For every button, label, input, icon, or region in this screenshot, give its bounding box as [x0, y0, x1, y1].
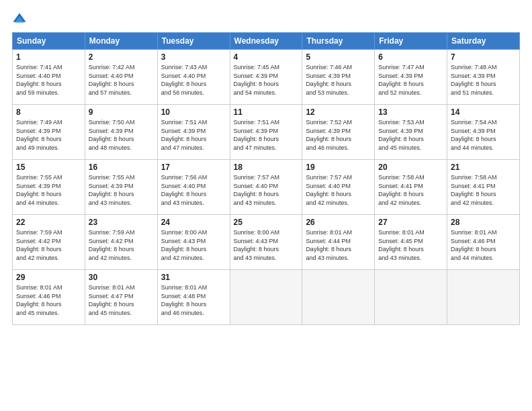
- col-header-tuesday: Tuesday: [157, 33, 230, 50]
- day-info: Sunrise: 8:00 AM Sunset: 4:43 PM Dayligh…: [161, 228, 226, 262]
- day-number: 1: [16, 52, 81, 62]
- day-info: Sunrise: 7:59 AM Sunset: 4:42 PM Dayligh…: [89, 228, 154, 262]
- day-cell: 18Sunrise: 7:57 AM Sunset: 4:40 PM Dayli…: [230, 160, 302, 215]
- day-cell: 5Sunrise: 7:46 AM Sunset: 4:39 PM Daylig…: [302, 50, 375, 105]
- day-number: 22: [16, 218, 81, 227]
- day-cell: 24Sunrise: 8:00 AM Sunset: 4:43 PM Dayli…: [157, 215, 230, 270]
- day-info: Sunrise: 7:51 AM Sunset: 4:39 PM Dayligh…: [234, 118, 299, 152]
- day-cell: 31Sunrise: 8:01 AM Sunset: 4:48 PM Dayli…: [157, 270, 230, 325]
- day-number: 11: [234, 107, 299, 117]
- day-number: 17: [161, 163, 226, 172]
- day-cell: 22Sunrise: 7:59 AM Sunset: 4:42 PM Dayli…: [13, 215, 85, 270]
- week-row-5: 29Sunrise: 8:01 AM Sunset: 4:46 PM Dayli…: [13, 270, 520, 325]
- day-info: Sunrise: 7:53 AM Sunset: 4:39 PM Dayligh…: [378, 118, 443, 152]
- day-info: Sunrise: 7:41 AM Sunset: 4:40 PM Dayligh…: [16, 63, 81, 97]
- day-info: Sunrise: 7:56 AM Sunset: 4:40 PM Dayligh…: [161, 173, 226, 207]
- col-header-monday: Monday: [85, 33, 157, 50]
- logo-icon: [12, 12, 27, 27]
- day-number: 27: [378, 218, 443, 227]
- header: [12, 12, 520, 27]
- day-number: 31: [161, 273, 226, 282]
- day-number: 9: [89, 107, 154, 117]
- day-info: Sunrise: 7:54 AM Sunset: 4:39 PM Dayligh…: [451, 118, 516, 152]
- day-cell: 30Sunrise: 8:01 AM Sunset: 4:47 PM Dayli…: [85, 270, 157, 325]
- day-cell: 1Sunrise: 7:41 AM Sunset: 4:40 PM Daylig…: [13, 50, 85, 105]
- day-number: 20: [378, 163, 443, 172]
- day-cell: 10Sunrise: 7:51 AM Sunset: 4:39 PM Dayli…: [157, 105, 230, 160]
- day-info: Sunrise: 7:52 AM Sunset: 4:39 PM Dayligh…: [306, 118, 371, 152]
- day-cell: 20Sunrise: 7:58 AM Sunset: 4:41 PM Dayli…: [375, 160, 447, 215]
- day-number: 6: [378, 52, 443, 62]
- day-cell: 3Sunrise: 7:43 AM Sunset: 4:40 PM Daylig…: [157, 50, 230, 105]
- day-cell: 8Sunrise: 7:49 AM Sunset: 4:39 PM Daylig…: [13, 105, 85, 160]
- day-number: 30: [89, 273, 154, 282]
- day-number: 5: [306, 52, 371, 62]
- day-cell: 29Sunrise: 8:01 AM Sunset: 4:46 PM Dayli…: [13, 270, 85, 325]
- day-info: Sunrise: 7:58 AM Sunset: 4:41 PM Dayligh…: [451, 173, 516, 207]
- day-cell: 19Sunrise: 7:57 AM Sunset: 4:40 PM Dayli…: [302, 160, 375, 215]
- day-cell: 16Sunrise: 7:55 AM Sunset: 4:39 PM Dayli…: [85, 160, 157, 215]
- day-cell: 15Sunrise: 7:55 AM Sunset: 4:39 PM Dayli…: [13, 160, 85, 215]
- day-cell: 25Sunrise: 8:00 AM Sunset: 4:43 PM Dayli…: [230, 215, 302, 270]
- day-number: 2: [89, 52, 154, 62]
- day-info: Sunrise: 7:45 AM Sunset: 4:39 PM Dayligh…: [234, 63, 299, 97]
- week-row-3: 15Sunrise: 7:55 AM Sunset: 4:39 PM Dayli…: [13, 160, 520, 215]
- day-number: 4: [234, 52, 299, 62]
- col-header-thursday: Thursday: [302, 33, 375, 50]
- day-cell: 28Sunrise: 8:01 AM Sunset: 4:46 PM Dayli…: [447, 215, 520, 270]
- day-number: 12: [306, 107, 371, 117]
- day-info: Sunrise: 7:47 AM Sunset: 4:39 PM Dayligh…: [378, 63, 443, 97]
- day-number: 26: [306, 218, 371, 227]
- week-row-1: 1Sunrise: 7:41 AM Sunset: 4:40 PM Daylig…: [13, 50, 520, 105]
- day-info: Sunrise: 8:01 AM Sunset: 4:47 PM Dayligh…: [89, 283, 154, 317]
- day-cell: 14Sunrise: 7:54 AM Sunset: 4:39 PM Dayli…: [447, 105, 520, 160]
- day-cell: 4Sunrise: 7:45 AM Sunset: 4:39 PM Daylig…: [230, 50, 302, 105]
- day-cell: 26Sunrise: 8:01 AM Sunset: 4:44 PM Dayli…: [302, 215, 375, 270]
- page: SundayMondayTuesdayWednesdayThursdayFrid…: [0, 0, 532, 411]
- col-header-wednesday: Wednesday: [230, 33, 302, 50]
- day-cell: 2Sunrise: 7:42 AM Sunset: 4:40 PM Daylig…: [85, 50, 157, 105]
- day-cell: 21Sunrise: 7:58 AM Sunset: 4:41 PM Dayli…: [447, 160, 520, 215]
- day-number: 18: [234, 163, 299, 172]
- day-cell: 6Sunrise: 7:47 AM Sunset: 4:39 PM Daylig…: [375, 50, 447, 105]
- col-header-friday: Friday: [375, 33, 447, 50]
- day-cell: 7Sunrise: 7:48 AM Sunset: 4:39 PM Daylig…: [447, 50, 520, 105]
- day-info: Sunrise: 8:01 AM Sunset: 4:45 PM Dayligh…: [378, 228, 443, 262]
- day-info: Sunrise: 7:55 AM Sunset: 4:39 PM Dayligh…: [89, 173, 154, 207]
- day-cell: [230, 270, 302, 325]
- col-header-saturday: Saturday: [447, 33, 520, 50]
- day-info: Sunrise: 7:57 AM Sunset: 4:40 PM Dayligh…: [306, 173, 371, 207]
- day-info: Sunrise: 8:00 AM Sunset: 4:43 PM Dayligh…: [234, 228, 299, 262]
- header-row: SundayMondayTuesdayWednesdayThursdayFrid…: [13, 33, 520, 50]
- week-row-4: 22Sunrise: 7:59 AM Sunset: 4:42 PM Dayli…: [13, 215, 520, 270]
- day-number: 16: [89, 163, 154, 172]
- day-cell: [302, 270, 375, 325]
- day-number: 13: [378, 107, 443, 117]
- day-number: 14: [451, 107, 516, 117]
- col-header-sunday: Sunday: [13, 33, 85, 50]
- day-number: 10: [161, 107, 226, 117]
- day-number: 8: [16, 107, 81, 117]
- day-number: 19: [306, 163, 371, 172]
- day-info: Sunrise: 7:43 AM Sunset: 4:40 PM Dayligh…: [161, 63, 226, 97]
- day-number: 29: [16, 273, 81, 282]
- day-number: 7: [451, 52, 516, 62]
- day-cell: 23Sunrise: 7:59 AM Sunset: 4:42 PM Dayli…: [85, 215, 157, 270]
- day-cell: [375, 270, 447, 325]
- day-info: Sunrise: 8:01 AM Sunset: 4:46 PM Dayligh…: [451, 228, 516, 262]
- day-number: 15: [16, 163, 81, 172]
- day-info: Sunrise: 7:50 AM Sunset: 4:39 PM Dayligh…: [89, 118, 154, 152]
- day-info: Sunrise: 7:42 AM Sunset: 4:40 PM Dayligh…: [89, 63, 154, 97]
- day-number: 25: [234, 218, 299, 227]
- day-info: Sunrise: 7:59 AM Sunset: 4:42 PM Dayligh…: [16, 228, 81, 262]
- day-number: 24: [161, 218, 226, 227]
- day-cell: 17Sunrise: 7:56 AM Sunset: 4:40 PM Dayli…: [157, 160, 230, 215]
- day-number: 23: [89, 218, 154, 227]
- logo: [12, 12, 29, 27]
- day-cell: 13Sunrise: 7:53 AM Sunset: 4:39 PM Dayli…: [375, 105, 447, 160]
- week-row-2: 8Sunrise: 7:49 AM Sunset: 4:39 PM Daylig…: [13, 105, 520, 160]
- day-cell: 27Sunrise: 8:01 AM Sunset: 4:45 PM Dayli…: [375, 215, 447, 270]
- calendar: SundayMondayTuesdayWednesdayThursdayFrid…: [12, 32, 520, 325]
- day-cell: [447, 270, 520, 325]
- day-info: Sunrise: 7:55 AM Sunset: 4:39 PM Dayligh…: [16, 173, 81, 207]
